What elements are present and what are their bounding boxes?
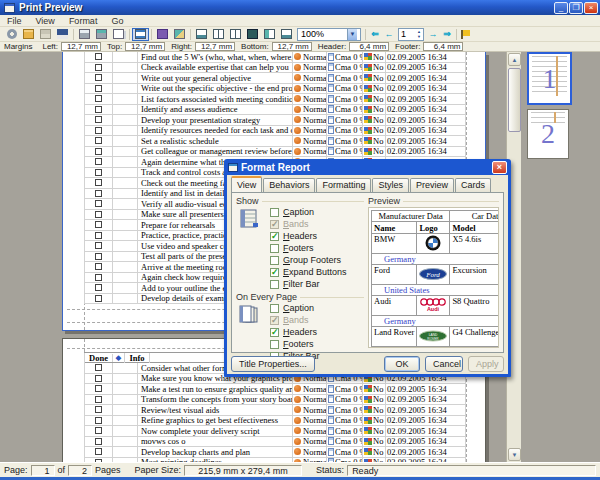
footers-checkbox-item[interactable]: Footers [270,242,364,254]
task-name: Write out the specific objective - the e… [137,84,292,94]
page-thumbnail-2[interactable]: 2 [527,109,569,159]
car-name: Ford [372,265,417,285]
menu-item-go[interactable]: Go [104,15,130,27]
tab-behaviors[interactable]: Behaviors [263,178,315,192]
tab-formatting[interactable]: Formatting [316,178,371,192]
scroll-up-icon[interactable]: ▲ [508,53,521,66]
bookmark-flag-icon[interactable] [461,30,470,39]
caption-checkbox-item[interactable]: Caption [270,302,364,314]
view4-button[interactable] [227,28,244,41]
car-name: Audi [372,296,417,316]
title-properties-button[interactable]: Title Properties... [231,356,315,372]
customize-button[interactable] [3,28,20,41]
of-label: of [58,465,66,475]
margin-field-value[interactable]: 12,7 mm [272,42,312,51]
menu-item-view[interactable]: View [29,15,62,27]
toolbar-separator [151,29,152,40]
title-bar: Print Preview _ ❐ × [0,0,600,15]
zoom-combo[interactable]: 100%▼ [297,28,361,41]
car-logo-cell: Ford [417,265,450,285]
view-button[interactable] [278,28,295,41]
nav-prev-icon[interactable]: ← [382,29,396,39]
done-checkbox [95,85,102,92]
checkbox[interactable] [270,340,279,349]
checkbox[interactable] [270,316,279,325]
margin-field-value[interactable]: 6,4 mm [423,42,463,51]
checkbox[interactable] [270,268,279,277]
minimize-button[interactable]: _ [554,2,568,14]
bands-checkbox-item[interactable]: Bands [270,218,364,230]
scroll-down-icon[interactable]: ▼ [508,448,521,461]
watermark-button[interactable] [171,28,188,41]
group-row: Germany [372,254,500,265]
margin-field-value[interactable]: 12,7 mm [195,42,235,51]
tab-preview[interactable]: Preview [410,178,454,192]
print-button[interactable] [76,28,93,41]
chevron-down-icon[interactable]: ▼ [347,29,357,40]
document-icon [328,427,334,435]
close-button[interactable]: × [584,2,598,14]
margin-field-value[interactable]: 6,4 mm [349,42,389,51]
view-button[interactable] [193,28,210,41]
margin-field-value[interactable]: 12,7 mm [125,42,165,51]
cancel-button[interactable]: Cancel [425,356,463,372]
ok-button[interactable]: OK [384,356,420,372]
checkbox[interactable] [270,304,279,313]
table-row: movws cos o Norma Cma 0 % No 02.09.2005 … [84,437,466,448]
flag-icon [364,448,372,455]
bands-checkbox-item[interactable]: Bands [270,314,364,326]
apply-button[interactable]: Apply [468,356,504,372]
tab-styles[interactable]: Styles [372,178,409,192]
checkbox[interactable] [270,244,279,253]
done-checkbox [95,364,102,371]
checkbox[interactable] [270,328,279,337]
nav-next-icon[interactable]: → [426,29,440,39]
checkbox[interactable] [270,256,279,265]
table-row: Refine graphics to get best effectivenes… [84,416,466,427]
done-checkbox [95,64,102,71]
priority-icon [294,438,301,445]
filter-bar-checkbox-item[interactable]: Filter Bar [270,278,364,290]
save-button[interactable] [54,28,71,41]
scrollbar-thumb[interactable] [508,68,521,132]
restore-button[interactable]: ❐ [569,2,583,14]
priority-icon [294,137,301,144]
caption-checkbox-item[interactable]: Caption [270,206,364,218]
table-row: Develop your presentation strategy Norma… [84,115,466,126]
view-multi-button[interactable] [261,28,278,41]
open-button[interactable] [20,28,37,41]
checkbox[interactable] [270,232,279,241]
nav-last-icon[interactable]: ⇒ [440,29,454,39]
group-footers-checkbox-item[interactable]: Group Footers [270,254,364,266]
footers-checkbox-item[interactable]: Footers [270,338,364,350]
page-setup-button[interactable] [110,28,127,41]
headers-checkbox-item[interactable]: Headers [270,326,364,338]
car-name: Land Rover [372,327,417,347]
view-dark-button[interactable] [244,28,261,41]
checkbox[interactable] [270,208,279,217]
margin-field-value[interactable]: 12,7 mm [61,42,101,51]
task-date: 02.09.2005 16:34 [385,426,466,436]
menu-item-file[interactable]: File [0,15,29,27]
toolbar-separator [190,29,191,40]
menu-item-format[interactable]: Format [62,15,105,27]
page-thumbnail-1[interactable]: 1 [527,52,572,105]
header-footer-button[interactable] [132,28,149,41]
dialog-close-icon[interactable]: × [492,161,507,174]
tab-view[interactable]: View [231,176,262,192]
checkbox[interactable] [270,280,279,289]
save-gray-button[interactable] [37,28,54,41]
headers-checkbox-item[interactable]: Headers [270,230,364,242]
car-row: Audi Audi S8 Quattro [372,296,500,316]
print-icon [79,29,90,39]
page-number-spinner[interactable]: 1▲▼ [398,28,424,41]
view2-button[interactable] [210,28,227,41]
flag-icon [364,427,372,434]
expand-buttons-checkbox-item[interactable]: Expand Buttons [270,266,364,278]
print-direct-icon [96,29,107,39]
scale-button[interactable] [154,28,171,41]
checkbox[interactable] [270,220,279,229]
tab-cards[interactable]: Cards [455,178,491,192]
print-direct-button[interactable] [93,28,110,41]
nav-first-icon[interactable]: ⇐ [368,29,382,39]
